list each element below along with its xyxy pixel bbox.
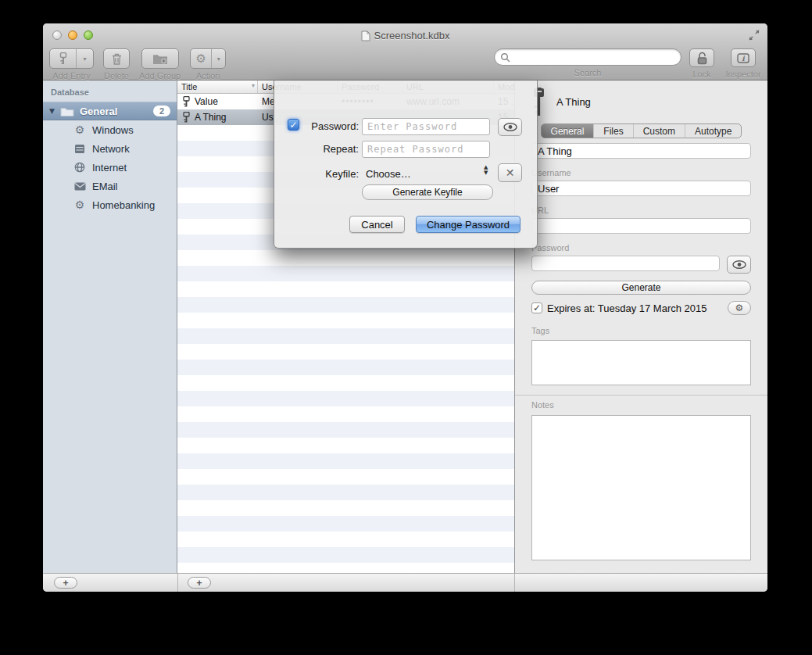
chevron-down-icon[interactable]: ▾ [77,49,93,68]
section-divider [515,395,767,396]
inspector-entry-title: A Thing [556,96,591,108]
inspector-header: A Thing [531,81,751,116]
empty-row [177,438,514,453]
tags-field[interactable] [531,340,751,385]
tags-label: Tags [531,326,751,335]
empty-row [177,297,514,313]
change-password-button[interactable]: Change Password [416,216,520,233]
tab-custom[interactable]: Custom [634,124,685,138]
username-field[interactable] [531,181,751,196]
delete-button[interactable] [103,48,130,69]
divider [177,574,178,592]
toolbar-label: Action [196,71,220,81]
sidebar-item-label: Homebanking [92,199,155,211]
empty-row [177,453,514,469]
sidebar-item-homebanking[interactable]: ⚙ Homebanking [43,195,177,214]
sidebar-item-label: Internet [92,162,127,174]
empty-row [177,375,514,391]
cancel-button[interactable]: Cancel [349,216,405,233]
action-button[interactable]: ⚙ ▾ [190,48,226,69]
generate-password-button[interactable]: Generate [531,281,751,295]
desktop: Screenshot.kdbx ▾ Add Entry [0,0,812,655]
lock-label: Lock [687,70,717,79]
dialog-password-input[interactable] [362,118,490,135]
search-icon [500,52,510,63]
dialog-password-label: Password: [301,120,359,132]
window-title-text: Screenshot.kdbx [374,30,450,41]
dialog-reveal-password-button[interactable] [498,118,522,136]
password-enabled-checkbox[interactable]: ✓ [288,119,299,131]
title-field[interactable] [531,143,751,159]
dialog-repeat-input[interactable] [362,141,490,158]
generate-keyfile-button[interactable]: Generate Keyfile [362,184,493,200]
chevron-down-icon[interactable]: ▾ [212,49,225,68]
empty-row [177,250,514,266]
empty-row [177,313,514,328]
inspector-tabs: General Files Custom Autotype [541,123,742,138]
reveal-password-button[interactable] [727,256,751,274]
clear-keyfile-button[interactable]: ✕ [498,163,522,182]
trash-icon [112,53,122,65]
password-field[interactable] [531,256,720,271]
sidebar-item-internet[interactable]: Internet [43,158,177,177]
lock-button[interactable] [689,48,714,67]
dialog-repeat-label: Repeat: [301,143,359,155]
lock-area: Lock [687,48,717,79]
expires-gear-button[interactable]: ⚙ [728,301,751,315]
url-label: URL [531,206,751,215]
sidebar-item-network[interactable]: Network [43,139,177,158]
expires-label: Expires at: Tuesday 17 March 2015 [547,302,707,314]
entry-count-badge: 2 [153,106,170,116]
envelope-icon [73,182,87,191]
empty-row [177,532,514,547]
tab-general[interactable]: General [542,124,595,138]
toolbar-item-delete: Delete [103,48,130,81]
empty-row [177,328,514,344]
column-header-title[interactable]: Title ▾ [177,81,258,93]
change-password-dialog: ✓ Password: Repeat: Keyfile: Choose… ▲▼ … [274,81,538,249]
sidebar-group-general[interactable]: ▼ General 2 [43,102,177,120]
inspector-button[interactable]: i [731,48,756,67]
inspector-toggle-area: i Inspector [721,48,765,79]
add-entry-button[interactable]: ▾ [49,48,94,69]
empty-row [177,500,514,516]
window-header: Screenshot.kdbx ▾ Add Entry [43,23,767,81]
disclosure-triangle-icon[interactable]: ▼ [49,107,60,115]
toolbar-label: Delete [104,71,129,81]
key-icon [183,112,190,123]
tab-autotype[interactable]: Autotype [685,124,741,138]
eye-icon [503,123,517,131]
expires-checkbox[interactable]: ✓ [531,302,542,313]
password-label: Password [531,243,751,252]
empty-row [177,516,514,532]
toolbar-item-add-group: Add Group [139,48,181,81]
tab-files[interactable]: Files [594,124,633,138]
keyfile-popup[interactable]: Choose… [366,168,411,180]
sidebar-section-header: Database [43,81,177,102]
sidebar-group-label: General [80,106,117,117]
app-window: Screenshot.kdbx ▾ Add Entry [43,23,767,592]
sidebar-item-email[interactable]: EMail [43,177,177,195]
username-label: Username [531,168,751,177]
url-field[interactable] [531,218,751,234]
dialog-keyfile-label: Keyfile: [301,168,359,180]
sidebar: Database ▼ General 2 ⚙ Windows [43,81,177,573]
notes-label: Notes [531,400,751,410]
notes-field[interactable] [531,415,751,560]
folder-plus-icon [152,53,168,65]
entry-title: Value [195,96,218,107]
empty-row [177,422,514,438]
eye-icon [732,260,746,269]
search-input[interactable] [494,48,681,66]
password-row [531,256,751,274]
add-group-button[interactable] [141,48,179,69]
stepper-icon[interactable]: ▲▼ [484,165,488,176]
toolbar-item-action: ⚙ ▾ Action [190,48,226,81]
gear-icon: ⚙ [73,124,87,135]
add-group-footer-button[interactable]: + [54,577,77,589]
inspector-panel: A Thing General Files Custom Autotype Us… [514,81,767,573]
fullscreen-icon[interactable] [748,29,760,41]
add-entry-footer-button[interactable]: + [188,577,211,589]
sidebar-item-windows[interactable]: ⚙ Windows [43,120,177,139]
server-icon [73,144,87,154]
